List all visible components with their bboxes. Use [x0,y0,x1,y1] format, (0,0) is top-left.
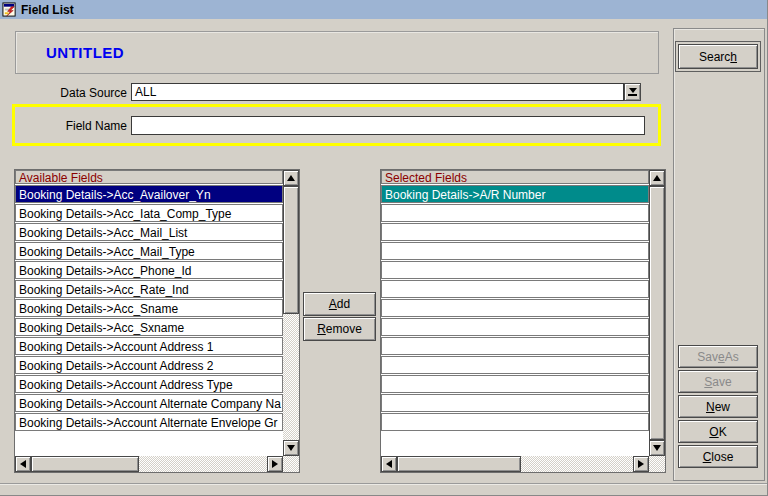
available-fields-listbox: Available Fields Booking Details->Acc_Av… [14,169,300,473]
list-item[interactable]: Booking Details->Account Alternate Envel… [15,413,283,431]
remove-button[interactable]: Remove [303,317,376,341]
list-item[interactable] [381,299,649,317]
selected-fields-list: Selected Fields Booking Details->A/R Num… [381,170,649,456]
field-name-input[interactable] [131,116,645,135]
list-item[interactable] [381,261,649,279]
selected-vertical-scrollbar[interactable] [649,170,665,456]
list-item[interactable] [381,204,649,222]
right-arrow-icon [272,460,278,468]
scroll-right-button[interactable] [633,456,649,472]
list-item[interactable] [381,375,649,393]
scroll-left-button[interactable] [381,456,397,472]
window-bottom-edge [0,483,768,485]
scrollbar-thumb[interactable] [397,456,521,472]
field-name-label: Field Name [0,117,127,135]
app-icon [2,2,17,17]
list-item[interactable]: Booking Details->Acc_Rate_Ind [15,280,283,298]
down-arrow-icon [653,445,661,451]
scrollbar-thumb[interactable] [31,456,139,472]
up-arrow-icon [653,175,661,181]
list-item[interactable]: Booking Details->Acc_Phone_Id [15,261,283,279]
search-button[interactable]: Search [678,44,758,69]
new-button[interactable]: New [678,395,758,418]
right-arrow-icon [638,460,644,468]
list-item[interactable]: Booking Details->Acc_Iata_Comp_Type [15,204,283,222]
list-item[interactable] [381,337,649,355]
add-button[interactable]: Add [303,292,376,316]
list-item[interactable]: Booking Details->Acc_Sname [15,299,283,317]
scrollbar-thumb[interactable] [649,186,665,440]
scroll-up-button[interactable] [283,170,299,186]
save-as-button[interactable]: Save As [678,345,758,368]
list-item[interactable]: Booking Details->Acc_Mail_Type [15,242,283,260]
report-title: UNTITLED [46,32,124,73]
list-item[interactable]: Booking Details->Account Address 2 [15,356,283,374]
title-bar: Field List [0,0,768,19]
list-item[interactable]: Booking Details->Account Alternate Compa… [15,394,283,412]
selected-fields-listbox: Selected Fields Booking Details->A/R Num… [380,169,666,473]
scroll-down-button[interactable] [649,440,665,456]
data-source-label: Data Source [0,84,127,102]
list-item[interactable]: Booking Details->A/R Number [381,185,649,203]
save-button[interactable]: Save [678,370,758,393]
available-vertical-scrollbar[interactable] [283,170,299,456]
dropdown-arrow-icon [629,88,637,93]
available-horizontal-scrollbar[interactable] [15,456,283,472]
field-list-dialog: Field List UNTITLED Data Source ALL Fiel… [0,0,768,496]
scroll-up-button[interactable] [649,170,665,186]
scrollbar-track[interactable] [521,456,633,472]
scrollbar-track[interactable] [283,314,299,440]
scrollbar-corner [649,456,665,472]
list-item[interactable] [381,280,649,298]
scroll-left-button[interactable] [15,456,31,472]
scroll-right-button[interactable] [267,456,283,472]
up-arrow-icon [287,175,295,181]
list-item[interactable]: Booking Details->Account Address Type [15,375,283,393]
close-button[interactable]: Close [678,445,758,468]
report-title-panel: UNTITLED [15,31,659,74]
selected-fields-header: Selected Fields [381,170,649,184]
list-item[interactable] [381,413,649,431]
list-item[interactable] [381,242,649,260]
list-item[interactable]: Booking Details->Acc_Sxname [15,318,283,336]
scrollbar-track[interactable] [139,456,267,472]
data-source-dropdown-button[interactable] [624,83,641,101]
list-item[interactable] [381,223,649,241]
list-item[interactable] [381,318,649,336]
list-item[interactable] [381,394,649,412]
dropdown-arrow-bar [628,94,637,96]
available-fields-list: Available Fields Booking Details->Acc_Av… [15,170,283,456]
list-item[interactable]: Booking Details->Acc_Mail_List [15,223,283,241]
ok-button[interactable]: OK [678,420,758,443]
selected-horizontal-scrollbar[interactable] [381,456,649,472]
scroll-down-button[interactable] [283,440,299,456]
available-fields-header: Available Fields [15,170,283,184]
scrollbar-thumb[interactable] [283,186,299,314]
data-source-combobox[interactable]: ALL [131,83,624,101]
list-item[interactable]: Booking Details->Acc_Availover_Yn [15,185,283,203]
list-item[interactable]: Booking Details->Account Address 1 [15,337,283,355]
available-fields-rows: Booking Details->Acc_Availover_YnBooking… [15,185,283,431]
window-title: Field List [21,3,74,17]
scrollbar-corner [283,456,299,472]
list-item[interactable] [381,356,649,374]
selected-fields-rows: Booking Details->A/R Number [381,185,649,431]
down-arrow-icon [287,445,295,451]
left-arrow-icon [386,460,392,468]
left-arrow-icon [20,460,26,468]
